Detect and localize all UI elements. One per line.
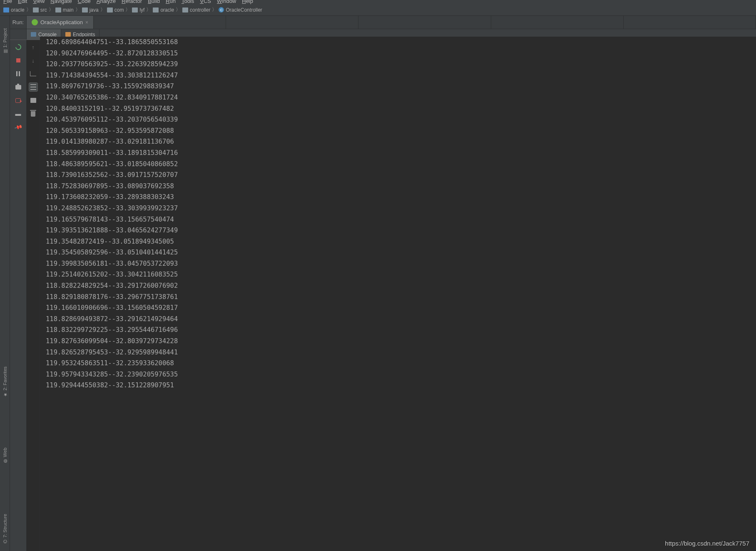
scroll-to-end-button[interactable] <box>29 82 38 92</box>
endpoints-icon <box>65 32 71 37</box>
tool-window-project[interactable]: ▤1: Project <box>2 28 7 54</box>
tool-window-structure[interactable]: ⌬7: Structure <box>2 514 7 544</box>
breadcrumb[interactable]: oracle〉src〉main〉java〉com〉lyf〉oracle〉cont… <box>0 4 756 16</box>
menu-run[interactable]: Run <box>166 0 176 4</box>
crumb-java[interactable]: java <box>82 7 99 13</box>
crumb-OracleController[interactable]: COracleController <box>219 7 262 13</box>
run-label: Run: <box>10 16 27 29</box>
class-icon: C <box>219 7 224 12</box>
left-tool-strip: ▤1: Project ★2: Favorites ◍Web ⌬7: Struc… <box>0 16 10 551</box>
menu-file[interactable]: File <box>3 0 12 4</box>
scroll-up-button[interactable]: ↑ <box>29 42 38 52</box>
chevron-right-icon: 〉 <box>75 6 80 13</box>
pause-button[interactable] <box>14 69 23 78</box>
run-tab-bar: Run: OracleApplication × <box>10 16 756 29</box>
stop-button[interactable] <box>14 56 23 65</box>
crumb-src[interactable]: src <box>33 7 47 13</box>
folder-icon <box>153 7 159 12</box>
console-toolbar: ↑ ↓ <box>27 40 40 551</box>
exit-button[interactable] <box>14 96 23 105</box>
menu-code[interactable]: Code <box>78 0 91 4</box>
main-menu-bar[interactable]: FileEditViewNavigateCodeAnalyzeRefactorB… <box>0 0 756 4</box>
rerun-button[interactable] <box>14 42 23 52</box>
crumb-com[interactable]: com <box>107 7 124 13</box>
crumb-oracle[interactable]: oracle <box>3 7 25 13</box>
empty-tab-area <box>94 16 756 29</box>
console-icon <box>31 32 36 37</box>
chevron-right-icon: 〉 <box>146 6 151 13</box>
console-output[interactable]: 120.689864404751--33.1865850553168 120.9… <box>40 37 756 548</box>
crumb-oracle[interactable]: oracle <box>153 7 174 13</box>
chevron-right-icon: 〉 <box>49 6 54 13</box>
scroll-down-button[interactable]: ↓ <box>29 56 38 65</box>
chevron-right-icon: 〉 <box>125 6 130 13</box>
folder-icon <box>132 7 138 12</box>
soft-wrap-button[interactable] <box>29 69 38 78</box>
chevron-right-icon: 〉 <box>176 6 181 13</box>
crumb-controller[interactable]: controller <box>182 7 210 13</box>
run-config-tab[interactable]: OracleApplication × <box>27 16 94 29</box>
run-config-name: OracleApplication <box>40 19 83 25</box>
menu-help[interactable]: Help <box>242 0 253 4</box>
menu-edit[interactable]: Edit <box>18 0 27 4</box>
tool-window-web[interactable]: ◍Web <box>2 448 7 464</box>
menu-window[interactable]: Window <box>217 0 236 4</box>
menu-build[interactable]: Build <box>148 0 160 4</box>
menu-view[interactable]: View <box>33 0 45 4</box>
print-button[interactable] <box>29 96 38 105</box>
watermark-text: https://blog.csdn.net/Jack7757 <box>665 540 749 547</box>
menu-analyze[interactable]: Analyze <box>97 0 116 4</box>
dump-threads-button[interactable] <box>14 82 23 92</box>
folder-icon <box>55 7 61 12</box>
menu-refactor[interactable]: Refactor <box>122 0 142 4</box>
folder-icon <box>82 7 88 12</box>
run-action-toolbar: ▬ 📌 <box>10 40 27 551</box>
menu-tools[interactable]: Tools <box>182 0 194 4</box>
folder-icon <box>33 7 39 12</box>
chevron-right-icon: 〉 <box>100 6 105 13</box>
folder-icon <box>182 7 188 12</box>
chevron-right-icon: 〉 <box>26 6 31 13</box>
menu-vcs[interactable]: VCS <box>200 0 211 4</box>
spring-boot-icon <box>32 19 38 25</box>
folder-icon <box>107 7 113 12</box>
layout-button[interactable]: ▬ <box>14 109 23 118</box>
crumb-main[interactable]: main <box>55 7 74 13</box>
pin-button[interactable]: 📌 <box>14 122 23 132</box>
crumb-lyf[interactable]: lyf <box>132 7 144 13</box>
chevron-right-icon: 〉 <box>212 6 217 13</box>
module-icon <box>3 7 9 12</box>
close-icon[interactable]: × <box>85 20 88 25</box>
tool-window-favorites[interactable]: ★2: Favorites <box>2 367 7 397</box>
clear-all-button[interactable] <box>29 109 38 118</box>
menu-navigate[interactable]: Navigate <box>50 0 72 4</box>
